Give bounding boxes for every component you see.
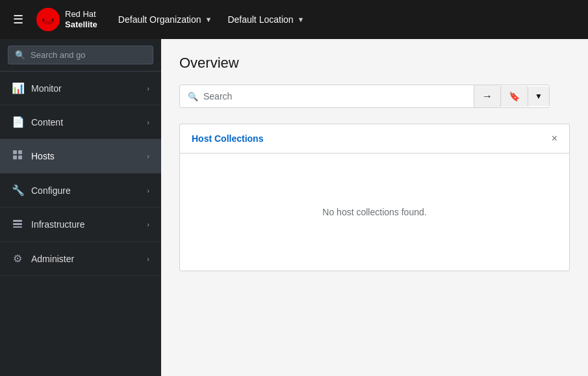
sidebar-search-icon: 🔍	[15, 50, 25, 60]
content-icon: 📄	[12, 116, 23, 128]
sidebar-item-configure[interactable]: 🔧 Configure ›	[0, 174, 161, 208]
svg-rect-3	[13, 150, 17, 154]
sidebar-search-input[interactable]	[31, 50, 146, 60]
configure-icon: 🔧	[12, 184, 23, 196]
search-submit-button[interactable]: →	[474, 85, 500, 107]
hosts-chevron-icon: ›	[147, 152, 149, 160]
navbar-selectors: Default Organization ▼ Default Location …	[113, 10, 310, 29]
sidebar-search-section: 🔍	[0, 39, 161, 72]
search-dropdown-button[interactable]: ▼	[528, 87, 549, 106]
infrastructure-chevron-icon: ›	[147, 221, 149, 228]
sidebar-item-monitor[interactable]: 📊 Monitor ›	[0, 72, 161, 105]
search-dropdown-icon: ▼	[535, 92, 543, 101]
bookmark-button[interactable]: 🔖	[500, 86, 528, 107]
loc-selector-button[interactable]: Default Location ▼	[222, 10, 309, 29]
search-input[interactable]	[203, 91, 466, 101]
svg-rect-9	[13, 226, 22, 228]
brand-text: Red Hat Satellite	[65, 9, 97, 29]
sidebar-label-content: Content	[31, 117, 63, 128]
loc-selector-label: Default Location	[227, 14, 293, 25]
administer-chevron-icon: ›	[147, 255, 149, 263]
redhat-logo-icon	[36, 8, 60, 31]
org-selector-button[interactable]: Default Organization ▼	[113, 10, 218, 29]
svg-rect-6	[18, 155, 22, 159]
svg-rect-5	[13, 155, 17, 159]
page-title: Overview	[179, 55, 570, 72]
bookmark-icon: 🔖	[509, 91, 520, 101]
monitor-icon: 📊	[12, 82, 23, 94]
sidebar-item-hosts[interactable]: Hosts ›	[0, 139, 161, 174]
card-title: Host Collections	[192, 133, 263, 144]
top-navbar: ☰ Red Hat Satellite Default Organization…	[0, 0, 588, 39]
org-chevron-icon: ▼	[205, 16, 212, 23]
administer-icon: ⚙	[12, 252, 23, 265]
loc-chevron-icon: ▼	[298, 16, 305, 23]
hamburger-menu[interactable]: ☰	[10, 10, 26, 29]
card-body: No host collections found.	[180, 154, 569, 271]
search-submit-icon: →	[482, 90, 492, 102]
sidebar-nav: 📊 Monitor › 📄 Content ›	[0, 72, 161, 376]
monitor-chevron-icon: ›	[147, 85, 149, 92]
brand-satellite: Satellite	[65, 20, 97, 30]
configure-chevron-icon: ›	[147, 187, 149, 195]
sidebar-search-wrap[interactable]: 🔍	[8, 46, 153, 64]
search-bar: 🔍 → 🔖 ▼	[179, 85, 550, 108]
card-header: Host Collections ×	[180, 124, 569, 154]
content-chevron-icon: ›	[147, 118, 149, 126]
sidebar-item-administer[interactable]: ⚙ Administer ›	[0, 242, 161, 276]
search-bar-icon: 🔍	[188, 92, 198, 101]
sidebar-label-hosts: Hosts	[31, 151, 55, 161]
sidebar-item-infrastructure[interactable]: Infrastructure ›	[0, 208, 161, 242]
card-empty-message: No host collections found.	[322, 207, 426, 217]
sidebar-label-infrastructure: Infrastructure	[31, 219, 84, 230]
host-collections-card: Host Collections × No host collections f…	[179, 124, 570, 271]
sidebar-label-administer: Administer	[31, 254, 74, 264]
main-layout: 🔍 📊 Monitor › 📄 Content ›	[0, 39, 588, 376]
brand-logo: Red Hat Satellite	[36, 8, 97, 31]
brand-redhat: Red Hat	[65, 9, 97, 20]
sidebar-label-configure: Configure	[31, 185, 71, 196]
svg-rect-8	[13, 223, 22, 225]
sidebar-label-monitor: Monitor	[31, 83, 62, 94]
svg-rect-7	[13, 220, 22, 222]
main-content: Overview 🔍 → 🔖 ▼ Host Collections ×	[161, 39, 588, 376]
org-selector-label: Default Organization	[118, 14, 201, 25]
sidebar: 🔍 📊 Monitor › 📄 Content ›	[0, 39, 161, 376]
hosts-icon	[12, 150, 23, 163]
sidebar-item-content[interactable]: 📄 Content ›	[0, 105, 161, 139]
infrastructure-icon	[12, 218, 23, 231]
svg-rect-4	[18, 150, 22, 154]
card-close-button[interactable]: ×	[552, 133, 557, 144]
